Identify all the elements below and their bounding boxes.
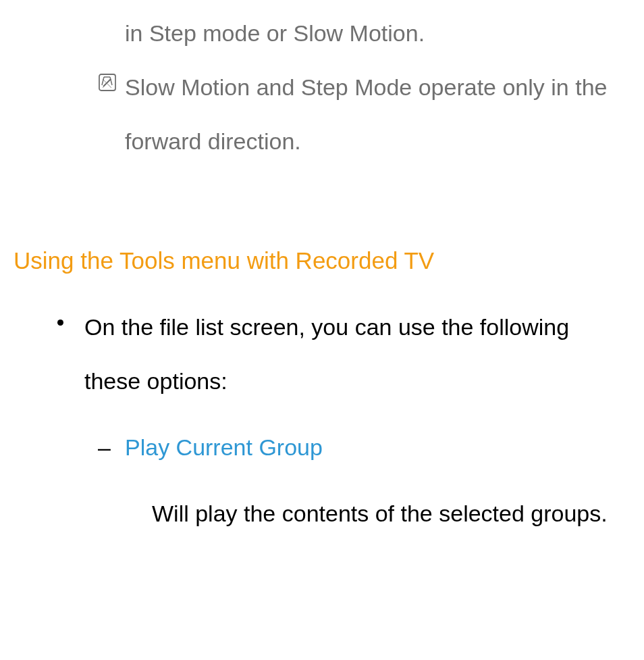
fragment-line: in Step mode or Slow Motion.	[125, 7, 624, 61]
sub-item: – Play Current Group	[125, 421, 624, 475]
section-heading: Using the Tools menu with Recorded TV	[14, 233, 624, 288]
dash-icon: –	[98, 421, 111, 475]
sub-item-description: Will play the contents of the selected g…	[152, 487, 624, 541]
bullet-item: On the file list screen, you can use the…	[84, 301, 624, 409]
bullet-dot-icon	[57, 320, 63, 326]
note-block: Slow Motion and Step Mode operate only i…	[98, 61, 624, 169]
note-icon	[98, 73, 117, 92]
bullet-text: On the file list screen, you can use the…	[84, 314, 569, 394]
note-text: Slow Motion and Step Mode operate only i…	[125, 61, 624, 169]
sub-item-title: Play Current Group	[125, 434, 323, 460]
